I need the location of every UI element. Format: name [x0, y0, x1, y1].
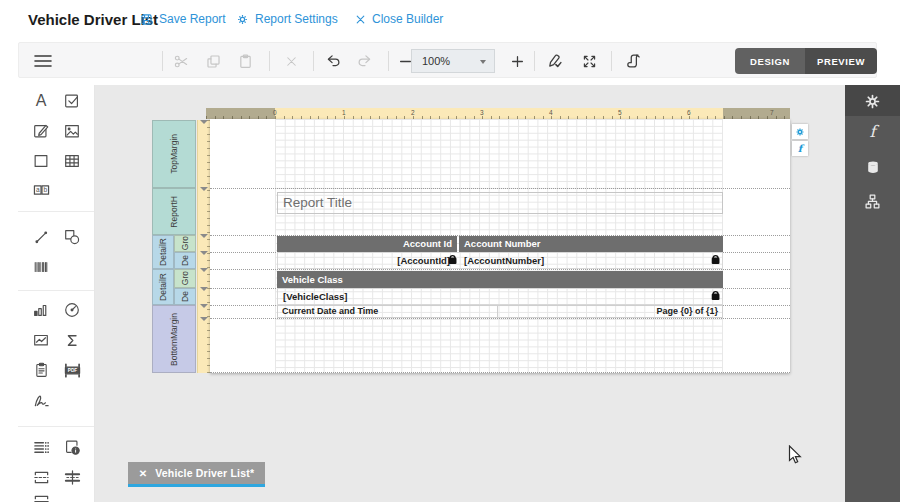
report-title-cell[interactable]: Report Title	[277, 192, 723, 214]
undo-button[interactable]	[323, 51, 343, 71]
account-number-field-cell[interactable]: [AccountNumber]	[458, 253, 722, 268]
design-tab[interactable]: DESIGN	[735, 48, 805, 74]
sparkline-component-button[interactable]	[29, 328, 53, 352]
gear-icon	[864, 93, 881, 110]
band-marker	[200, 304, 208, 308]
band-detail-report-2[interactable]: DetailR	[152, 269, 174, 305]
gauge-component-button[interactable]	[60, 298, 84, 322]
function-icon: f	[798, 144, 802, 154]
report-page[interactable]: Report Title Account Id Account Number […	[210, 119, 790, 373]
clipboard-icon	[33, 361, 50, 379]
ruler-number: 4	[549, 109, 553, 116]
band-top-margin[interactable]: TopMargin	[152, 120, 196, 188]
paste-button[interactable]	[235, 51, 255, 71]
structure-panel-button[interactable]	[845, 188, 900, 214]
band-separator[interactable]	[210, 318, 790, 319]
shape-component-button[interactable]	[60, 225, 84, 249]
footer-datetime-cell[interactable]: Current Date and Time	[278, 306, 498, 317]
redo-button[interactable]	[355, 51, 375, 71]
account-number-header-cell[interactable]: Account Number	[459, 236, 723, 252]
cut-button[interactable]	[171, 51, 191, 71]
design-canvas[interactable]: 0 1 2 3 4 5 6 7 TopMargin ReportH Detail…	[95, 85, 845, 502]
band-detail-report-1[interactable]: DetailR	[152, 235, 174, 269]
close-builder-button[interactable]: Close Builder	[355, 12, 443, 26]
band-detail-2[interactable]: De	[174, 288, 196, 305]
tab-active-indicator	[128, 484, 265, 487]
barcode-component-button[interactable]	[29, 255, 53, 279]
toolbar-divider	[313, 51, 314, 71]
band-separator[interactable]	[210, 269, 790, 270]
vehicle-class-field-cell[interactable]: [VehicleClass]	[277, 288, 723, 305]
fullscreen-button[interactable]	[579, 51, 599, 71]
toolbox-divider	[18, 426, 95, 427]
footer-page-number-cell[interactable]: Page {0} of {1}	[498, 306, 722, 317]
richtext-component-button[interactable]	[29, 119, 53, 143]
marker-check-icon	[546, 52, 564, 70]
page-settings-button[interactable]	[792, 124, 808, 139]
zoom-level-dropdown[interactable]: 100%	[411, 49, 495, 73]
functions-panel-button[interactable]: f	[845, 119, 900, 145]
band-bottom-margin[interactable]: BottomMargin	[152, 305, 196, 373]
preview-tab[interactable]: PREVIEW	[805, 48, 877, 74]
page-info-component-button[interactable]	[60, 435, 84, 459]
svg-text:b: b	[43, 186, 47, 193]
lock-icon[interactable]	[447, 253, 458, 265]
designer-toolbar: 100% DESIGN PREVIEW	[18, 42, 877, 78]
text-component-button[interactable]: A	[29, 89, 53, 113]
table-component-button[interactable]	[60, 149, 84, 173]
clipped-icon	[32, 493, 51, 502]
band-group-header-2[interactable]: Gro	[174, 269, 196, 288]
band-report-header[interactable]: ReportH	[152, 188, 196, 235]
band-marker	[200, 268, 208, 272]
zoom-in-button[interactable]	[507, 51, 527, 71]
band-detail-1[interactable]: De	[174, 252, 196, 269]
band-marker	[200, 120, 208, 124]
account-id-field-cell[interactable]: [AccountId]	[278, 253, 458, 268]
page-break-icon	[32, 469, 51, 486]
label-component-button[interactable]: ab	[29, 178, 53, 202]
report-settings-label: Report Settings	[255, 12, 338, 26]
lock-icon[interactable]	[710, 289, 721, 301]
sum-component-button[interactable]	[60, 328, 84, 352]
checkbox-component-button[interactable]	[60, 89, 84, 113]
page-footer-row: Current Date and Time Page {0} of {1}	[277, 305, 723, 318]
menu-hamburger-button[interactable]	[33, 51, 53, 71]
extra-component-button[interactable]	[29, 489, 53, 502]
band-align-component-button[interactable]	[60, 465, 84, 489]
data-source-panel-button[interactable]	[845, 154, 900, 180]
barcode-icon	[32, 259, 50, 275]
page-break-component-button[interactable]	[29, 465, 53, 489]
panel-component-button[interactable]	[29, 149, 53, 173]
report-settings-button[interactable]: Report Settings	[236, 12, 338, 26]
close-builder-label: Close Builder	[372, 12, 443, 26]
page-functions-button[interactable]: f	[792, 141, 808, 156]
page-info-icon	[63, 438, 81, 456]
style-validate-button[interactable]	[545, 51, 565, 71]
line-component-button[interactable]	[29, 225, 53, 249]
save-report-button[interactable]: Save Report	[140, 12, 226, 26]
pdf-export-button[interactable]: PDF	[60, 358, 84, 382]
tab-close-icon[interactable]: ✕	[139, 468, 147, 479]
vehicle-class-header-cell[interactable]: Vehicle Class	[277, 271, 723, 288]
copy-button[interactable]	[203, 51, 223, 71]
scroll-icon	[624, 52, 643, 70]
delete-button[interactable]	[281, 51, 301, 71]
band-separator[interactable]	[210, 372, 790, 373]
account-id-header-cell[interactable]: Account Id	[277, 236, 457, 252]
ruler-number: 5	[618, 109, 622, 116]
script-button[interactable]	[623, 51, 643, 71]
report-tab[interactable]: ✕ Vehicle Driver List*	[128, 462, 265, 484]
vertical-ruler	[197, 120, 210, 373]
toolbar-divider	[611, 51, 612, 71]
databand-component-button[interactable]	[29, 435, 53, 459]
band-separator[interactable]	[210, 188, 790, 189]
image-component-button[interactable]	[60, 119, 84, 143]
lock-icon[interactable]	[710, 253, 721, 265]
signature-component-button[interactable]	[29, 388, 53, 412]
chart-component-button[interactable]	[29, 298, 53, 322]
horizontal-ruler: 0 1 2 3 4 5 6 7	[206, 108, 790, 119]
band-group-header-1[interactable]: Gro	[174, 235, 196, 252]
clipboard-component-button[interactable]	[29, 358, 53, 382]
band-marker	[200, 234, 208, 238]
properties-panel-button[interactable]	[845, 88, 900, 114]
